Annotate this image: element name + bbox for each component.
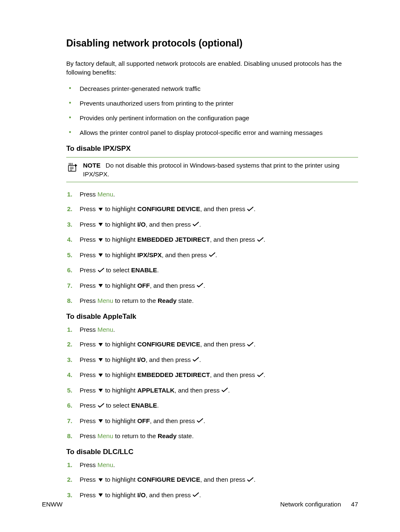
- down-arrow-icon: [98, 235, 104, 244]
- step: Press Menu.: [66, 325, 358, 334]
- down-arrow-icon: [98, 205, 104, 214]
- step: Press Menu.: [66, 460, 358, 469]
- check-icon: [192, 220, 199, 229]
- step: Press to highlight OFF, and then press .: [66, 416, 358, 426]
- svg-marker-7: [99, 358, 103, 362]
- check-icon: [197, 281, 203, 290]
- check-icon: [98, 401, 104, 410]
- note-box: NOTE Do not disable this protocol in Win…: [66, 157, 358, 182]
- down-arrow-icon: [98, 340, 104, 349]
- step: Press to highlight I/O, and then press .: [66, 220, 358, 230]
- section-title-dlcllc: To disable DLC/LLC: [66, 448, 358, 456]
- step: Press to highlight CONFIGURE DEVICE, and…: [66, 340, 358, 349]
- down-arrow-icon: [98, 475, 104, 484]
- down-arrow-icon: [98, 371, 104, 380]
- check-icon: [257, 371, 264, 380]
- check-icon: [192, 491, 199, 499]
- down-arrow-icon: [98, 220, 104, 229]
- section-title-ipxspx: To disable IPX/SPX: [66, 145, 358, 153]
- note-body: Do not disable this protocol in Windows-…: [83, 162, 340, 178]
- check-icon: [209, 251, 216, 259]
- svg-marker-3: [99, 238, 103, 242]
- check-icon: [247, 475, 254, 484]
- step: Press to highlight IPX/SPX, and then pre…: [66, 251, 358, 260]
- list-item: Decreases printer-generated network traf…: [66, 84, 358, 93]
- steps-appletalk: Press Menu. Press to highlight CONFIGURE…: [66, 325, 358, 440]
- page-number: 47: [351, 501, 358, 508]
- down-arrow-icon: [98, 386, 104, 395]
- svg-marker-10: [99, 419, 103, 423]
- svg-marker-4: [99, 253, 103, 257]
- down-arrow-icon: [98, 281, 104, 290]
- step: Press to highlight I/O, and then press .: [66, 491, 358, 500]
- note-text: NOTE Do not disable this protocol in Win…: [83, 161, 358, 178]
- list-item: Prevents unauthorized users from printin…: [66, 99, 358, 108]
- svg-marker-11: [99, 478, 103, 482]
- down-arrow-icon: [98, 416, 104, 425]
- page-title: Disabling network protocols (optional): [66, 38, 358, 49]
- svg-marker-8: [99, 374, 103, 377]
- svg-marker-1: [99, 208, 103, 211]
- check-icon: [221, 386, 228, 395]
- check-icon: [247, 340, 254, 349]
- step: Press to highlight APPLETALK, and then p…: [66, 386, 358, 395]
- down-arrow-icon: [98, 491, 104, 499]
- step: Press to highlight CONFIGURE DEVICE, and…: [66, 204, 358, 214]
- down-arrow-icon: [98, 251, 104, 259]
- note-label: NOTE: [83, 162, 101, 169]
- note-icon: [66, 162, 78, 173]
- svg-marker-5: [99, 284, 103, 287]
- step: Press Menu.: [66, 190, 358, 199]
- step: Press to highlight EMBEDDED JETDIRECT, a…: [66, 370, 358, 380]
- step: Press to highlight EMBEDDED JETDIRECT, a…: [66, 235, 358, 245]
- step: Press to highlight CONFIGURE DEVICE, and…: [66, 475, 358, 485]
- svg-marker-2: [99, 223, 103, 226]
- step: Press to select ENABLE.: [66, 266, 358, 275]
- footer-section-label: Network configuration: [280, 501, 341, 508]
- svg-marker-6: [99, 343, 103, 346]
- section-title-appletalk: To disable AppleTalk: [66, 312, 358, 321]
- check-icon: [197, 416, 203, 425]
- step: Press to highlight I/O, and then press .: [66, 355, 358, 365]
- down-arrow-icon: [98, 355, 104, 364]
- svg-marker-9: [99, 389, 103, 392]
- check-icon: [247, 205, 254, 214]
- steps-dlcllc: Press Menu. Press to highlight CONFIGURE…: [66, 460, 358, 500]
- step: Press Menu to return to the Ready state.: [66, 296, 358, 305]
- check-icon: [192, 355, 199, 364]
- check-icon: [257, 235, 264, 244]
- page-footer: ENWW Network configuration 47: [42, 501, 358, 508]
- list-item: Allows the printer control panel to disp…: [66, 128, 358, 137]
- footer-left: ENWW: [42, 501, 62, 508]
- list-item: Provides only pertinent information on t…: [66, 114, 358, 122]
- check-icon: [98, 266, 104, 275]
- intro-paragraph: By factory default, all supported networ…: [66, 59, 358, 77]
- steps-ipxspx: Press Menu. Press to highlight CONFIGURE…: [66, 190, 358, 305]
- benefits-list: Decreases printer-generated network traf…: [66, 84, 358, 137]
- step: Press to select ENABLE.: [66, 401, 358, 411]
- svg-marker-12: [99, 493, 103, 497]
- step: Press to highlight OFF, and then press .: [66, 281, 358, 291]
- step: Press Menu to return to the Ready state.: [66, 431, 358, 440]
